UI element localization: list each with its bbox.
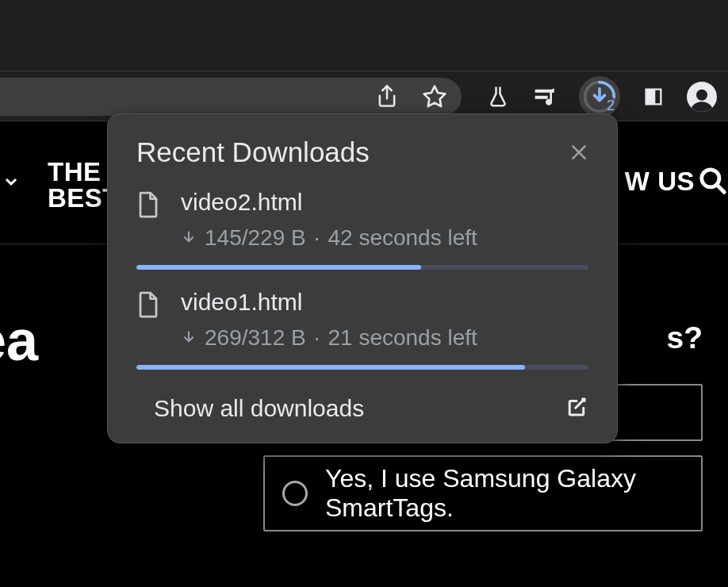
progress-bar: [136, 265, 588, 270]
download-filename: video1.html: [181, 289, 588, 316]
download-eta: 42 seconds left: [328, 225, 477, 251]
file-icon: [136, 190, 160, 251]
search-icon[interactable]: [698, 166, 728, 199]
nav-follow-us[interactable]: W US: [625, 167, 695, 197]
downloads-badge-count: 2: [607, 98, 615, 114]
downloads-popup: Recent Downloads video2.html 145/229 B ·…: [107, 113, 618, 443]
download-progress-text: 269/312 B: [205, 325, 306, 351]
download-item[interactable]: video1.html 269/312 B · 21 seconds left: [136, 289, 588, 370]
svg-marker-0: [424, 86, 446, 106]
download-eta: 21 seconds left: [328, 325, 477, 351]
popup-title: Recent Downloads: [136, 136, 370, 168]
downloads-button[interactable]: 2: [579, 76, 620, 117]
poll-option-label: Yes, I use Samsung Galaxy SmartTags.: [325, 464, 684, 523]
close-button[interactable]: [565, 138, 593, 167]
browser-tab-strip: [0, 0, 728, 71]
download-arrow-icon: [181, 330, 197, 346]
open-external-icon[interactable]: [565, 395, 588, 422]
show-all-downloads-link[interactable]: Show all downloads: [136, 395, 364, 422]
download-filename: video2.html: [181, 189, 588, 216]
download-arrow-icon: [181, 230, 197, 246]
poll-option-2[interactable]: Yes, I use Samsung Galaxy SmartTags.: [263, 455, 703, 531]
progress-bar: [136, 365, 588, 370]
music-queue-icon[interactable]: [531, 82, 560, 111]
chevron-down-icon[interactable]: [2, 172, 21, 194]
download-status: 145/229 B · 42 seconds left: [181, 225, 588, 251]
download-item[interactable]: video2.html 145/229 B · 42 seconds left: [136, 189, 588, 270]
omnibox[interactable]: [0, 78, 462, 116]
panel-icon[interactable]: [639, 82, 668, 111]
headline-fragment: n mea: [0, 308, 38, 373]
profile-avatar[interactable]: [687, 82, 717, 112]
download-status: 269/312 B · 21 seconds left: [181, 325, 588, 351]
radio-icon: [282, 481, 308, 506]
file-icon: [136, 290, 160, 351]
svg-point-2: [696, 90, 707, 101]
progress-fill: [136, 265, 421, 270]
share-icon[interactable]: [373, 82, 401, 111]
labs-icon[interactable]: [484, 82, 512, 111]
download-progress-text: 145/229 B: [205, 225, 306, 251]
star-icon[interactable]: [420, 82, 449, 111]
progress-fill: [136, 365, 525, 370]
